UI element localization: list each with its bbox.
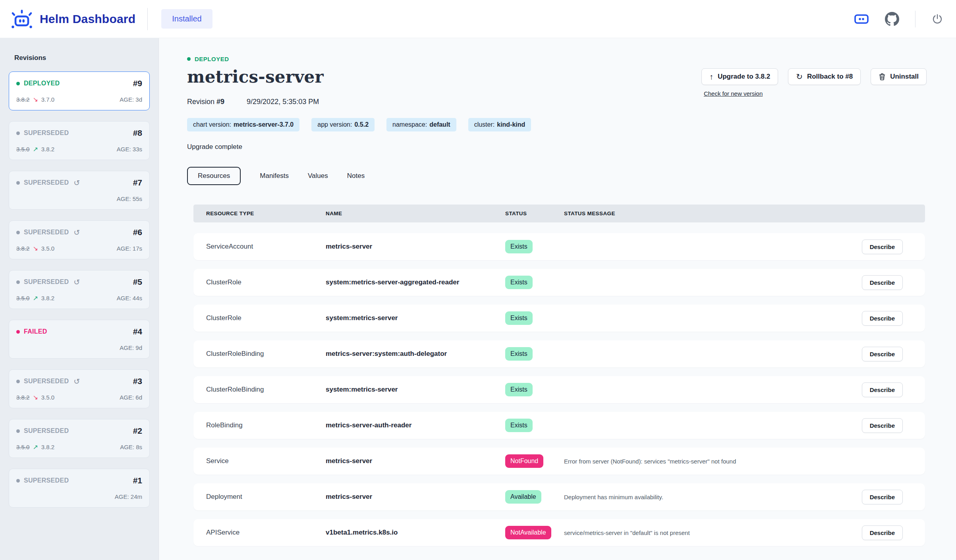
upgrade-arrow-icon: ↗ — [33, 443, 38, 451]
revision-status: SUPERSEDED — [16, 477, 69, 484]
revision-status-label: SUPERSEDED — [24, 378, 69, 385]
chip-label: chart version: — [193, 121, 231, 128]
release-detail-panel: DEPLOYED metrics-server Revision #9 9/29… — [159, 38, 956, 560]
old-version: 3.8.2 — [16, 245, 29, 252]
tab-notes[interactable]: Notes — [347, 167, 365, 185]
upgrade-arrow-icon: ↗ — [33, 294, 38, 302]
resource-type-cell: ClusterRole — [206, 278, 326, 286]
revision-card-2[interactable]: SUPERSEDED#23.5.0↗3.8.2AGE: 8s — [9, 419, 150, 458]
old-version: 3.5.0 — [16, 146, 29, 153]
uninstall-button[interactable]: Uninstall — [871, 68, 927, 85]
chip-value: default — [429, 121, 450, 128]
resource-type-cell: ClusterRole — [206, 314, 326, 322]
revision-card-8[interactable]: SUPERSEDED#83.5.0↗3.8.2AGE: 33s — [9, 121, 150, 160]
chip-label: cluster: — [474, 121, 495, 128]
status-cell: Exists — [505, 240, 564, 253]
describe-button[interactable]: Describe — [862, 347, 903, 361]
table-row: ClusterRoleBindingmetrics-server:system:… — [193, 340, 925, 367]
upgrade-button[interactable]: ↑ Upgrade to 3.8.2 — [701, 68, 778, 85]
check-for-new-version-link[interactable]: Check for new version — [704, 90, 763, 97]
revision-number: #8 — [133, 128, 142, 138]
status-badge: Available — [505, 490, 541, 503]
tab-manifests[interactable]: Manifests — [260, 167, 289, 185]
revision-card-6[interactable]: SUPERSEDED↺#63.8.2↘3.5.0AGE: 17s — [9, 220, 150, 259]
status-message-cell: service/metrics-server in "default" is n… — [564, 529, 847, 536]
github-icon[interactable] — [885, 12, 899, 26]
meta-chip-namespace: namespace:default — [386, 118, 456, 131]
revision-status-dot — [16, 280, 20, 284]
revision-status-dot — [16, 82, 20, 85]
tab-resources[interactable]: Resources — [187, 167, 241, 185]
chip-label: app version: — [317, 121, 352, 128]
revision-number: #2 — [133, 426, 142, 436]
release-timestamp: 9/29/2022, 5:35:03 PM — [247, 98, 319, 106]
status-cell: Exists — [505, 276, 564, 289]
release-status-line: DEPLOYED — [187, 56, 925, 62]
upgrade-status-text: Upgrade complete — [187, 143, 925, 151]
tab-values[interactable]: Values — [308, 167, 328, 185]
revision-line: Revision #9 9/29/2022, 5:35:03 PM — [187, 98, 925, 106]
revision-card-5[interactable]: SUPERSEDED↺#53.5.0↗3.8.2AGE: 44s — [9, 270, 150, 309]
revision-status: SUPERSEDED↺ — [16, 228, 80, 237]
revision-status-label: SUPERSEDED — [24, 229, 69, 236]
describe-button[interactable]: Describe — [862, 239, 903, 254]
trash-icon — [879, 73, 886, 81]
release-tabs: ResourcesManifestsValuesNotes — [187, 167, 925, 185]
describe-button[interactable]: Describe — [862, 382, 903, 397]
resource-type-cell: Deployment — [206, 493, 326, 501]
revision-number: #1 — [133, 476, 142, 485]
revision-card-9[interactable]: DEPLOYED#93.8.2↘3.7.0AGE: 3d — [9, 71, 150, 110]
revision-age: AGE: 3d — [120, 96, 142, 103]
revision-age: AGE: 6d — [120, 394, 142, 401]
resources-table-body: ServiceAccountmetrics-serverExistsDescri… — [193, 233, 925, 546]
revision-card-1[interactable]: SUPERSEDED#1AGE: 24m — [9, 469, 150, 508]
rollback-button[interactable]: ↻ Rollback to #8 — [788, 68, 861, 85]
revision-number: #5 — [133, 277, 142, 287]
nav-tab-installed[interactable]: Installed — [161, 9, 212, 29]
describe-button[interactable]: Describe — [862, 275, 903, 290]
chip-value: metrics-server-3.7.0 — [234, 121, 294, 128]
revision-card-4[interactable]: FAILED#4AGE: 9d — [9, 320, 150, 359]
table-row: Deploymentmetrics-serverAvailableDeploym… — [193, 483, 925, 510]
header-icons-divider — [915, 11, 915, 27]
revision-status-label: SUPERSEDED — [24, 477, 69, 484]
describe-button[interactable]: Describe — [862, 311, 903, 326]
resource-type-cell: APIService — [206, 529, 326, 537]
revision-status: SUPERSEDED — [16, 427, 69, 434]
table-row: ServiceAccountmetrics-serverExistsDescri… — [193, 233, 925, 260]
new-version: 3.7.0 — [41, 96, 54, 103]
revision-age: AGE: 9d — [120, 344, 142, 351]
revision-status-label: SUPERSEDED — [24, 427, 69, 434]
revisions-sidebar: Revisions DEPLOYED#93.8.2↘3.7.0AGE: 3dSU… — [0, 38, 159, 560]
revision-card-3[interactable]: SUPERSEDED↺#33.8.2↘3.5.0AGE: 6d — [9, 369, 150, 408]
rollback-icon: ↻ — [796, 73, 803, 81]
table-row: ClusterRolesystem:metrics-serverExistsDe… — [193, 305, 925, 332]
keyboard-shortcuts-icon[interactable] — [854, 13, 869, 25]
release-meta-chips: chart version:metrics-server-3.7.0app ve… — [187, 118, 925, 131]
resource-name-cell: system:metrics-server — [326, 314, 505, 322]
table-row: APIServicev1beta1.metrics.k8s.ioNotAvail… — [193, 519, 925, 546]
revision-label: Revision #9 — [187, 98, 224, 106]
describe-button[interactable]: Describe — [862, 418, 903, 433]
chip-value: 0.5.2 — [354, 121, 369, 128]
revision-card-7[interactable]: SUPERSEDED↺#7AGE: 55s — [9, 171, 150, 210]
status-cell: NotFound — [505, 454, 564, 467]
status-badge: Exists — [505, 419, 533, 432]
describe-button[interactable]: Describe — [862, 525, 903, 540]
revision-status: DEPLOYED — [16, 80, 60, 87]
revision-status-label: DEPLOYED — [24, 80, 60, 87]
status-cell: Exists — [505, 383, 564, 396]
status-badge: Exists — [505, 311, 533, 324]
table-row: ClusterRolesystem:metrics-server-aggrega… — [193, 269, 925, 296]
revision-status-label: FAILED — [24, 328, 47, 335]
power-icon[interactable] — [931, 13, 943, 25]
revision-number: #9 — [133, 79, 142, 88]
resource-name-cell: metrics-server-auth-reader — [326, 421, 505, 429]
revision-status: SUPERSEDED↺ — [16, 278, 80, 287]
describe-button[interactable]: Describe — [862, 490, 903, 504]
revision-number: #7 — [133, 178, 142, 187]
revision-status: FAILED — [16, 328, 47, 335]
status-badge: NotFound — [505, 454, 543, 467]
meta-chip-cluster: cluster:kind-kind — [468, 118, 531, 131]
status-cell: Exists — [505, 311, 564, 324]
